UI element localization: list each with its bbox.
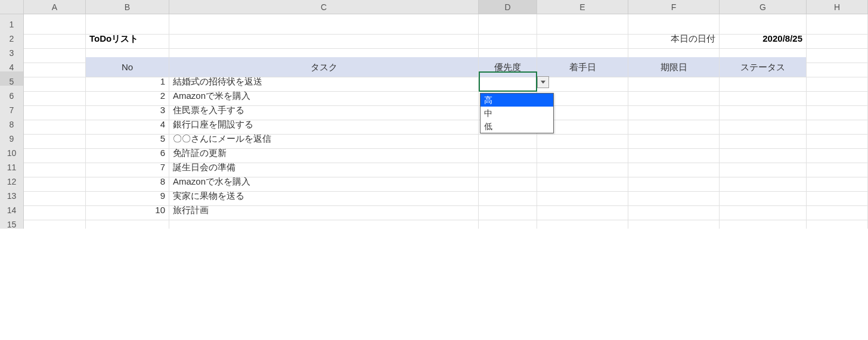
- cell-E15[interactable]: [537, 214, 628, 229]
- select-all-corner[interactable]: [0, 0, 24, 14]
- col-header-A[interactable]: A: [24, 0, 86, 14]
- dropdown-button[interactable]: [537, 76, 549, 88]
- dropdown-list: 高中低: [480, 93, 554, 133]
- cell-F15[interactable]: [628, 214, 720, 229]
- dropdown-option[interactable]: 高: [480, 93, 553, 107]
- dropdown-option[interactable]: 中: [480, 107, 553, 120]
- col-header-D[interactable]: D: [479, 0, 537, 14]
- cell-B15[interactable]: [86, 214, 169, 229]
- row-header-15[interactable]: 15: [0, 214, 24, 229]
- active-cell[interactable]: 高中低: [479, 71, 537, 92]
- col-header-H[interactable]: H: [807, 0, 868, 14]
- col-header-G[interactable]: G: [720, 0, 807, 14]
- cell-G15[interactable]: [720, 214, 807, 229]
- col-header-C[interactable]: C: [169, 0, 479, 14]
- cell-A15[interactable]: [24, 214, 86, 229]
- col-header-E[interactable]: E: [537, 0, 628, 14]
- col-header-B[interactable]: B: [86, 0, 169, 14]
- cell-D15[interactable]: [479, 214, 537, 229]
- cell-C15[interactable]: [169, 214, 479, 229]
- col-header-F[interactable]: F: [628, 0, 720, 14]
- cell-H15[interactable]: [807, 214, 868, 229]
- dropdown-option[interactable]: 低: [480, 120, 553, 133]
